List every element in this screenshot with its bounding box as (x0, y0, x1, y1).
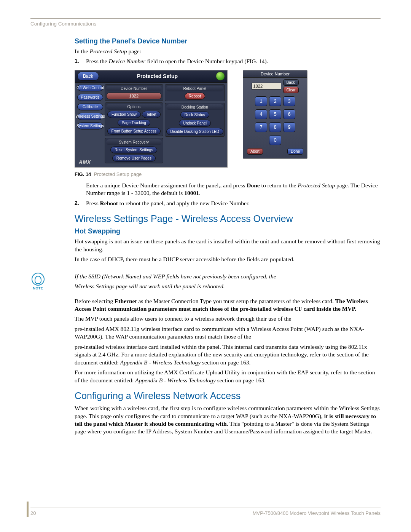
heading-configuring-wireless: Configuring a Wireless Network Access (75, 390, 381, 401)
opt-page-tracking[interactable]: Page Tracking (118, 119, 150, 126)
reboot-button[interactable]: Reboot (185, 93, 205, 100)
sidebar-item-g4web[interactable]: G4 Web Control (77, 84, 103, 91)
wireless-p3: Before selecting Ethernet as the Master … (75, 297, 381, 313)
sidebar-item-wireless[interactable]: Wireless Settings (77, 113, 103, 120)
panel-title: Protected Setup (99, 73, 216, 79)
dock-status-button[interactable]: Dock Status (180, 111, 209, 118)
intro-line: In the Protected Setup page: (75, 48, 381, 55)
device-number-keypad: Device Number 1022 Back Clear 123 456 78… (243, 70, 307, 159)
remove-pages-button[interactable]: Remove User Pages (112, 155, 156, 162)
heading-wireless-overview: Wireless Settings Page - Wireless Access… (75, 213, 381, 224)
key-7[interactable]: 7 (255, 122, 267, 132)
step-1: Press the Device Number field to open th… (75, 58, 381, 65)
opt-front-button[interactable]: Front Button Setup Access (107, 128, 161, 135)
figure-caption: FIG. 14 Protected Setup page (75, 171, 381, 177)
key-4[interactable]: 4 (255, 109, 267, 119)
options-label: Options (106, 104, 162, 110)
footer-doc-title: MVP-7500/8400 Modero Viewpoint Wireless … (253, 510, 381, 516)
reset-system-button[interactable]: Reset System Settings (110, 146, 157, 153)
page-number: 20 (30, 510, 36, 516)
page-header: Configuring Communications (30, 21, 381, 27)
heading-hot-swapping: Hot Swapping (75, 227, 381, 235)
figure-14: Back Protected Setup G4 Web Control Pass… (75, 70, 381, 168)
note-line-2: Wireless Settings page will not work unt… (75, 283, 381, 290)
system-recovery-label: System Recovery (106, 139, 162, 145)
keypad-title: Device Number (243, 70, 307, 78)
keypad-abort-button[interactable]: Abort (247, 148, 263, 155)
note-icon: NOTE (30, 273, 46, 290)
hotswap-p1: Hot swapping is not an issue on these pa… (75, 238, 381, 253)
protected-setup-panel: Back Protected Setup G4 Web Control Pass… (75, 70, 228, 168)
key-1[interactable]: 1 (255, 96, 267, 106)
wireless-p5: pre-installed AMX 802.11g wireless inter… (75, 325, 381, 341)
hotswap-p2: In the case of DHCP, there must be a DHC… (75, 256, 381, 263)
heading-device-number: Setting the Panel's Device Number (75, 37, 381, 45)
disable-led-button[interactable]: Disable Docking Station LED (166, 128, 223, 135)
undock-panel-button[interactable]: Undock Panel (179, 120, 211, 127)
keypad-field[interactable]: 1022 (252, 83, 281, 89)
note-line-1: If the SSID (Network Name) and WEP field… (75, 273, 381, 280)
opt-function-show[interactable]: Function Show (107, 111, 141, 118)
config-p1: When working with a wireless card, the f… (75, 404, 381, 436)
sidebar-item-passwords[interactable]: Passwords (77, 94, 103, 101)
keypad-back-button[interactable]: Back (283, 79, 299, 86)
key-6[interactable]: 6 (283, 109, 295, 119)
status-indicator-icon (216, 72, 225, 81)
brand-logo: AMX (79, 159, 91, 165)
keypad-clear-button[interactable]: Clear (283, 87, 299, 93)
wireless-p6: pre-installed wireless interface card in… (75, 343, 381, 366)
step-2: Press Reboot to reboot the panel, and ap… (75, 200, 381, 207)
device-number-field[interactable]: 1022 (106, 93, 162, 99)
key-5[interactable]: 5 (269, 109, 281, 119)
device-number-label: Device Number (106, 86, 162, 91)
back-button[interactable]: Back (77, 72, 99, 81)
wireless-p7: For more information on utilizing the AM… (75, 369, 381, 384)
key-3[interactable]: 3 (283, 96, 295, 106)
opt-telnet[interactable]: Telnet (142, 111, 161, 118)
sidebar-item-calibrate[interactable]: Calibrate (77, 103, 103, 110)
docking-station-label: Docking Station (166, 104, 223, 110)
reboot-panel-label: Reboot Panel (166, 86, 223, 91)
key-0[interactable]: 0 (269, 135, 281, 145)
keypad-done-button[interactable]: Done (287, 148, 303, 155)
key-8[interactable]: 8 (269, 122, 281, 132)
key-9[interactable]: 9 (283, 122, 295, 132)
wireless-p4: The MVP touch panels allow users to conn… (75, 315, 381, 323)
sidebar-item-system[interactable]: System Settings (77, 122, 103, 129)
key-2[interactable]: 2 (269, 96, 281, 106)
step-1-cont: Enter a unique Device Number assignment … (86, 182, 381, 197)
